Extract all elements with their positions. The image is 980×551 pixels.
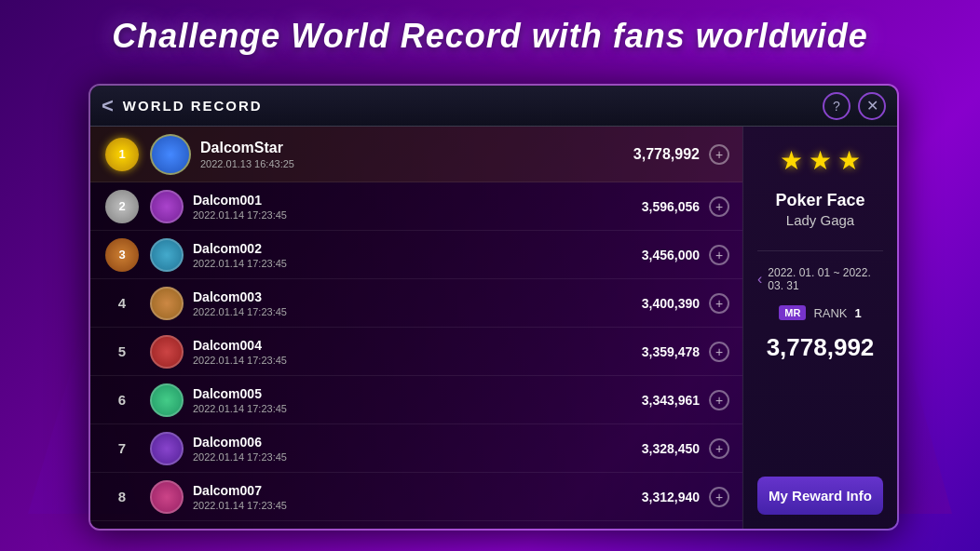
avatar-5 <box>150 335 184 369</box>
score-6: 3,343,961 <box>642 393 700 408</box>
user-info-6: Dalcom0052022.01.14 17:23:45 <box>193 386 642 414</box>
leaderboard-row-8: 8Dalcom0072022.01.14 17:23:453,312,940+ <box>90 473 742 521</box>
rank-badge-1: 1 <box>105 138 139 171</box>
mr-badge: MR <box>779 305 806 320</box>
rank-num-2: 2 <box>103 190 141 223</box>
leaderboard-row-4: 4Dalcom0032022.01.14 17:23:453,400,390+ <box>90 279 742 328</box>
user-name-1: DalcomStar <box>200 140 633 156</box>
avatar-1 <box>150 134 191 175</box>
rank-num-3: 3 <box>103 238 141 272</box>
user-name-7: Dalcom006 <box>193 435 642 450</box>
close-button[interactable]: ✕ <box>858 92 886 120</box>
avatar-2 <box>150 190 184 223</box>
user-date-5: 2022.01.14 17:23:45 <box>193 355 642 366</box>
leaderboard-row-2: 2Dalcom0012022.01.14 17:23:453,596,056+ <box>90 182 742 231</box>
user-info-8: Dalcom0072022.01.14 17:23:45 <box>193 483 642 511</box>
leaderboard-row-5: 5Dalcom0042022.01.14 17:23:453,359,478+ <box>90 328 742 376</box>
user-info-1: DalcomStar2022.01.13 16:43:25 <box>200 140 633 169</box>
score-2: 3,596,056 <box>642 199 700 214</box>
user-name-6: Dalcom005 <box>193 386 642 401</box>
user-date-7: 2022.01.14 17:23:45 <box>193 451 642 463</box>
avatar-4 <box>150 287 184 320</box>
rank-num-1: 1 <box>103 138 141 171</box>
content-area: 1DalcomStar2022.01.13 16:43:253,778,992+… <box>90 127 897 529</box>
rank-num-6: 6 <box>103 392 141 409</box>
big-score: 3,778,992 <box>767 333 875 362</box>
plus-button-7[interactable]: + <box>709 438 729 459</box>
score-4: 3,400,390 <box>642 296 700 311</box>
rank-value: 1 <box>855 306 862 320</box>
plus-button-2[interactable]: + <box>709 196 729 217</box>
avatar-3 <box>150 238 184 272</box>
avatar-9 <box>150 529 184 530</box>
rank-plain-8: 8 <box>118 489 126 504</box>
avatar-8 <box>150 480 184 514</box>
plus-button-5[interactable]: + <box>709 342 729 362</box>
user-info-4: Dalcom0032022.01.14 17:23:45 <box>193 289 642 317</box>
score-5: 3,359,478 <box>642 344 700 359</box>
score-3: 3,456,000 <box>642 248 700 262</box>
rank-num-5: 5 <box>103 343 141 360</box>
stars-row: ★ ★ ★ <box>780 145 861 176</box>
headline: Challenge World Record with fans worldwi… <box>0 0 980 69</box>
rank-badge-2: 2 <box>105 190 139 223</box>
leaderboard-row-7: 7Dalcom0062022.01.14 17:23:453,328,450+ <box>90 424 742 473</box>
plus-button-1[interactable]: + <box>709 144 729 165</box>
star-2: ★ <box>809 145 832 176</box>
user-info-7: Dalcom0062022.01.14 17:23:45 <box>193 435 642 463</box>
user-date-2: 2022.01.14 17:23:45 <box>193 209 642 221</box>
plus-button-3[interactable]: + <box>709 245 729 265</box>
score-1: 3,778,992 <box>633 146 700 163</box>
user-date-8: 2022.01.14 17:23:45 <box>193 500 642 511</box>
help-button[interactable]: ? <box>823 92 851 120</box>
user-date-6: 2022.01.14 17:23:45 <box>193 403 642 414</box>
plus-button-4[interactable]: + <box>709 293 729 314</box>
user-name-5: Dalcom004 <box>193 338 642 353</box>
user-date-3: 2022.01.14 17:23:45 <box>193 258 642 269</box>
leaderboard-panel[interactable]: 1DalcomStar2022.01.13 16:43:253,778,992+… <box>90 127 742 529</box>
avatar-7 <box>150 432 184 465</box>
divider-1 <box>757 250 883 251</box>
plus-button-8[interactable]: + <box>709 487 729 507</box>
rank-badge-3: 3 <box>105 238 139 272</box>
rank-info-row: MR RANK 1 <box>779 305 861 320</box>
song-artist: Lady Gaga <box>786 212 854 228</box>
rank-num-8: 8 <box>103 489 141 505</box>
user-date-1: 2022.01.13 16:43:25 <box>200 158 633 169</box>
user-info-3: Dalcom0022022.01.14 17:23:45 <box>193 241 642 269</box>
star-3: ★ <box>837 145 861 176</box>
rank-label: RANK <box>813 306 847 320</box>
leaderboard-row-1: 1DalcomStar2022.01.13 16:43:253,778,992+ <box>90 127 742 182</box>
world-record-window: < WORLD RECORD ? ✕ 1DalcomStar2022.01.13… <box>88 84 899 531</box>
rank-num-7: 7 <box>103 440 141 457</box>
date-range-text: 2022. 01. 01 ~ 2022. 03. 31 <box>768 266 883 292</box>
date-prev-button[interactable]: ‹ <box>757 271 762 288</box>
star-1: ★ <box>780 145 803 176</box>
rank-plain-7: 7 <box>118 440 126 456</box>
user-info-2: Dalcom0012022.01.14 17:23:45 <box>193 193 642 221</box>
title-bar-icons: ? ✕ <box>823 92 886 120</box>
user-name-3: Dalcom002 <box>193 241 642 256</box>
window-title: WORLD RECORD <box>123 98 823 114</box>
plus-button-6[interactable]: + <box>709 390 729 410</box>
score-7: 3,328,450 <box>642 441 700 456</box>
title-bar: < WORLD RECORD ? ✕ <box>90 86 897 127</box>
song-title: Poker Face <box>775 189 864 212</box>
avatar-6 <box>150 383 184 417</box>
rank-plain-5: 5 <box>118 343 126 359</box>
leaderboard-row-6: 6Dalcom0052022.01.14 17:23:453,343,961+ <box>90 376 742 424</box>
info-panel: ★ ★ ★ Poker Face Lady Gaga ‹ 2022. 01. 0… <box>742 127 897 529</box>
user-date-4: 2022.01.14 17:23:45 <box>193 306 642 317</box>
leaderboard-row-9: 9Dalcom0082022.01.14 17:23:453,290,030+ <box>90 521 742 529</box>
date-range-row: ‹ 2022. 01. 01 ~ 2022. 03. 31 <box>757 266 883 292</box>
leaderboard-row-3: 3Dalcom0022022.01.14 17:23:453,456,000+ <box>90 231 742 279</box>
rank-plain-4: 4 <box>118 295 126 311</box>
user-info-5: Dalcom0042022.01.14 17:23:45 <box>193 338 642 366</box>
my-reward-info-button[interactable]: My Reward Info <box>757 477 883 515</box>
user-name-2: Dalcom001 <box>193 193 642 208</box>
rank-plain-6: 6 <box>118 392 126 408</box>
rank-num-4: 4 <box>103 295 141 312</box>
user-name-4: Dalcom003 <box>193 289 642 304</box>
user-name-8: Dalcom007 <box>193 483 642 498</box>
back-button[interactable]: < <box>102 94 114 118</box>
